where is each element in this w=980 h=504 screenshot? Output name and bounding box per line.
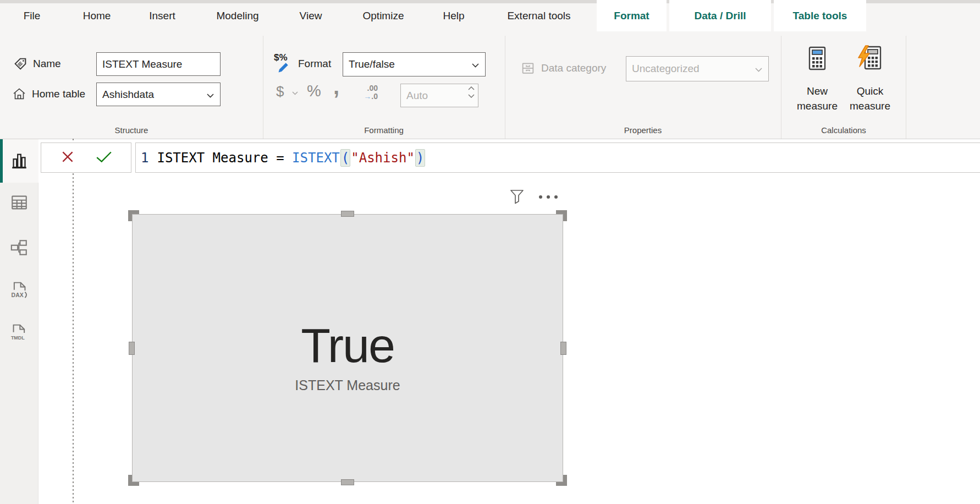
tab-table-tools-label: Table tools [793,10,847,22]
home-table-label: Home table [32,88,85,100]
card-visual-body[interactable]: True ISTEXT Measure [132,214,563,482]
quick-measure-icon[interactable] [856,45,883,71]
formula-function-name: ISTEXT [292,150,340,166]
model-view-icon[interactable] [10,238,29,257]
menu-external-tools[interactable]: External tools [507,0,570,31]
tab-format-label: Format [614,10,649,22]
card-value: True [301,321,394,370]
chevron-down-icon [755,63,762,75]
format-value: True/false [349,58,395,70]
menu-help[interactable]: Help [443,0,464,31]
resize-handle-right[interactable] [560,342,566,355]
format-select[interactable]: True/false [343,52,486,76]
svg-text:DAX: DAX [12,292,24,298]
home-table-select[interactable]: Ashishdata [96,83,221,106]
stepper-down-icon [468,94,475,98]
tab-data-drill-label: Data / Drill [695,10,746,22]
decimal-top: .00 [367,84,378,92]
active-view-indicator [0,139,3,183]
tab-table-tools[interactable]: Table tools [774,0,866,31]
powerbi-desktop-window: File Home Insert Modeling View Optimize … [0,0,980,504]
tab-format[interactable]: Format [597,0,667,31]
group-label-properties: Properties [505,125,781,138]
ribbon: Name Home table Ashishdata Structure $% [0,31,980,139]
visual-filter-icon[interactable] [509,188,525,209]
formula-line-number: 1 [141,150,148,166]
resize-handle-top-left[interactable] [128,210,139,221]
chevron-down-icon [472,58,479,70]
new-measure-icon[interactable] [807,46,827,71]
stepper-arrows[interactable] [468,86,475,98]
group-label-calculations: Calculations [781,125,906,138]
format-field-label: Format [298,58,331,70]
percent-format-button[interactable]: % [307,82,321,100]
formula-close-paren: ) [415,149,425,167]
quick-measure-button[interactable]: Quick measure [845,84,895,113]
home-table-value: Ashishdata [102,89,154,101]
stepper-up-icon [468,86,475,90]
thousands-separator-button[interactable]: , [333,74,339,99]
resize-handle-top-right[interactable] [556,210,567,221]
tmdl-view-icon[interactable]: TMDL [10,324,29,342]
group-label-structure: Structure [0,125,263,138]
name-tag-icon [13,57,27,71]
format-icon: $% [273,51,294,74]
home-table-icon [12,87,26,101]
view-switcher-sidebar: DAX TMDL [0,139,38,504]
currency-format-button[interactable]: $ [276,83,284,100]
cancel-formula-icon[interactable] [60,149,75,167]
new-measure-button[interactable]: New measure [792,84,842,113]
chevron-down-icon [207,89,214,101]
currency-dropdown-chevron-icon[interactable] [292,91,298,95]
measure-name-input[interactable] [96,52,221,76]
menu-home[interactable]: Home [83,0,111,31]
resize-handle-top[interactable] [341,211,354,217]
resize-handle-bottom-left[interactable] [128,475,139,486]
formula-bar-actions [41,143,131,173]
resize-handle-bottom-right[interactable] [556,475,567,486]
data-category-icon [520,61,536,76]
ribbon-divider [505,36,505,139]
card-label: ISTEXT Measure [295,377,400,393]
menu-insert[interactable]: Insert [149,0,175,31]
menu-file[interactable]: File [24,0,41,31]
svg-text:TMDL: TMDL [11,335,25,341]
menu-optimize[interactable]: Optimize [363,0,404,31]
resize-handle-bottom[interactable] [341,479,354,485]
ribbon-divider [781,36,781,139]
dax-query-view-icon[interactable]: DAX [10,281,29,300]
report-view-icon[interactable] [10,151,29,170]
formula-open-paren: ( [340,149,350,167]
data-category-select[interactable]: Uncategorized [626,56,769,81]
decimal-places-icon[interactable]: .00 →.0 [355,84,378,101]
name-field-label: Name [33,58,61,70]
menubar: File Home Insert Modeling View Optimize … [0,0,980,31]
ribbon-divider [906,36,906,139]
visual-more-options-icon[interactable] [539,195,558,199]
resize-handle-left[interactable] [129,342,135,355]
data-category-value: Uncategorized [632,63,700,75]
formula-measure-definition: ISTEXT Measure = [157,150,292,166]
menu-modeling[interactable]: Modeling [216,0,258,31]
decimal-arrow: → [364,92,371,101]
report-canvas: 1ISTEXT Measure = ISTEXT("Ashish") True … [38,139,980,504]
decimal-places-stepper[interactable]: Auto [400,84,478,107]
tab-data-drill[interactable]: Data / Drill [669,0,771,31]
table-view-icon[interactable] [10,193,29,212]
dax-formula-input[interactable]: 1ISTEXT Measure = ISTEXT("Ashish") [135,143,980,173]
menu-view[interactable]: View [300,0,322,31]
canvas-guide-dotted-line [73,139,74,504]
decimal-places-value: Auto [406,90,428,102]
group-label-formatting: Formatting [263,125,505,138]
commit-formula-icon[interactable] [95,150,113,166]
formula-string-argument: "Ashish" [351,150,415,166]
ribbon-divider [263,36,263,139]
data-category-label: Data category [541,62,606,74]
card-visual[interactable]: True ISTEXT Measure [132,214,563,482]
svg-text:$%: $% [274,52,288,63]
decimal-bottom: .0 [371,92,378,101]
